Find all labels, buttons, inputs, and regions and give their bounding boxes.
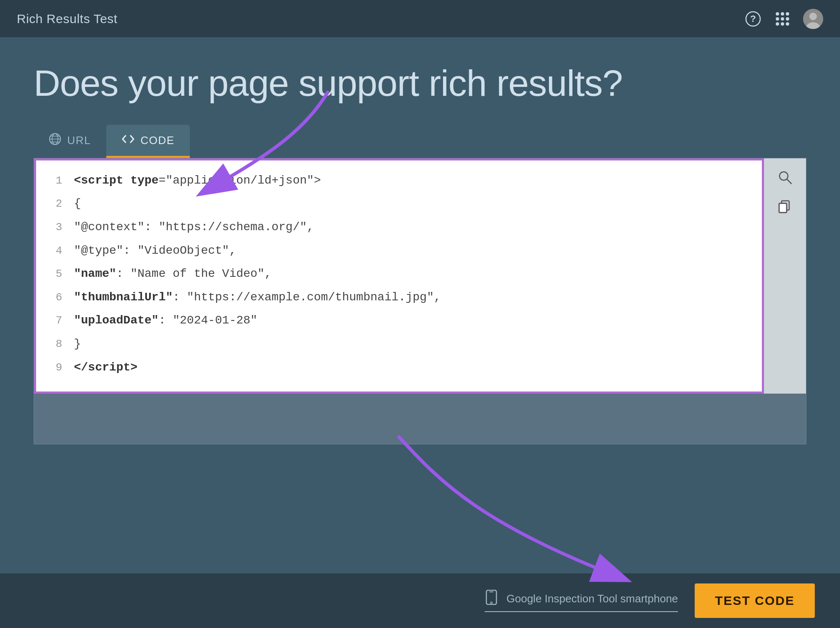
line-content: "uploadDate": "2024-01-28"	[74, 310, 257, 331]
editor-sidebar	[764, 158, 806, 394]
code-line: 6"thumbnailUrl": "https://example.com/th…	[36, 286, 762, 309]
code-line: 1<script type="application/ld+json">	[36, 169, 762, 192]
line-content: "@context": "https://schema.org/",	[74, 217, 314, 237]
main-content: Does your page support rich results? URL	[0, 38, 840, 444]
user-avatar[interactable]	[803, 9, 823, 29]
line-number: 2	[45, 194, 62, 213]
search-icon[interactable]	[774, 167, 795, 188]
line-number: 4	[45, 242, 62, 260]
line-content: {	[74, 194, 81, 214]
device-selector[interactable]: Google Inspection Tool smartphone	[485, 590, 678, 612]
svg-rect-13	[779, 203, 787, 213]
tab-code[interactable]: CODE	[106, 125, 190, 156]
line-number: 5	[45, 265, 62, 283]
code-line: 7"uploadDate": "2024-01-28"	[36, 309, 762, 332]
bottom-bar: Google Inspection Tool smartphone TEST C…	[0, 573, 840, 628]
grid-dots	[776, 12, 789, 26]
help-icon[interactable]: ?	[744, 10, 762, 28]
topbar: Rich Results Test ?	[0, 0, 840, 38]
topbar-actions: ?	[744, 9, 823, 29]
line-content: "name": "Name of the Video",	[74, 264, 272, 284]
apps-grid-icon[interactable]	[774, 10, 791, 28]
input-tabs: URL CODE	[34, 125, 806, 156]
line-number: 3	[45, 218, 62, 236]
code-editor[interactable]: 1<script type="application/ld+json">2{3"…	[34, 158, 764, 394]
code-line: 5"name": "Name of the Video",	[36, 262, 762, 286]
line-number: 8	[45, 335, 62, 353]
line-content: }	[74, 334, 81, 354]
editor-footer	[34, 394, 806, 444]
editor-container: 1<script type="application/ld+json">2{3"…	[34, 158, 806, 444]
svg-text:?: ?	[750, 13, 756, 24]
svg-line-11	[787, 179, 791, 184]
line-number: 9	[45, 358, 62, 377]
line-number: 7	[45, 311, 62, 330]
line-content: "thumbnailUrl": "https://example.com/thu…	[74, 287, 441, 307]
tab-url[interactable]: URL	[34, 125, 106, 156]
svg-rect-15	[486, 590, 496, 604]
code-brackets-icon	[121, 132, 135, 149]
line-content: <script type="application/ld+json">	[74, 171, 321, 191]
app-title: Rich Results Test	[17, 12, 118, 26]
svg-point-3	[809, 13, 817, 20]
smartphone-icon	[485, 590, 498, 608]
test-code-button[interactable]: TEST CODE	[695, 583, 815, 618]
editor-inner: 1<script type="application/ld+json">2{3"…	[34, 158, 806, 394]
line-number: 6	[45, 288, 62, 307]
code-line: 3"@context": "https://schema.org/",	[36, 215, 762, 239]
copy-icon[interactable]	[774, 196, 795, 217]
tab-code-label: CODE	[141, 134, 175, 147]
line-number: 1	[45, 171, 62, 190]
globe-icon	[49, 133, 61, 148]
line-content: </script>	[74, 357, 137, 378]
device-label: Google Inspection Tool smartphone	[507, 592, 678, 605]
line-content: "@type": "VideoObject",	[74, 241, 236, 261]
code-line: 9</script>	[36, 356, 762, 379]
page-headline: Does your page support rich results?	[34, 63, 806, 104]
code-line: 8}	[36, 332, 762, 356]
svg-point-10	[780, 172, 788, 180]
tab-url-label: URL	[67, 134, 91, 147]
svg-point-17	[491, 602, 492, 604]
code-line: 2{	[36, 192, 762, 215]
code-line: 4"@type": "VideoObject",	[36, 239, 762, 263]
